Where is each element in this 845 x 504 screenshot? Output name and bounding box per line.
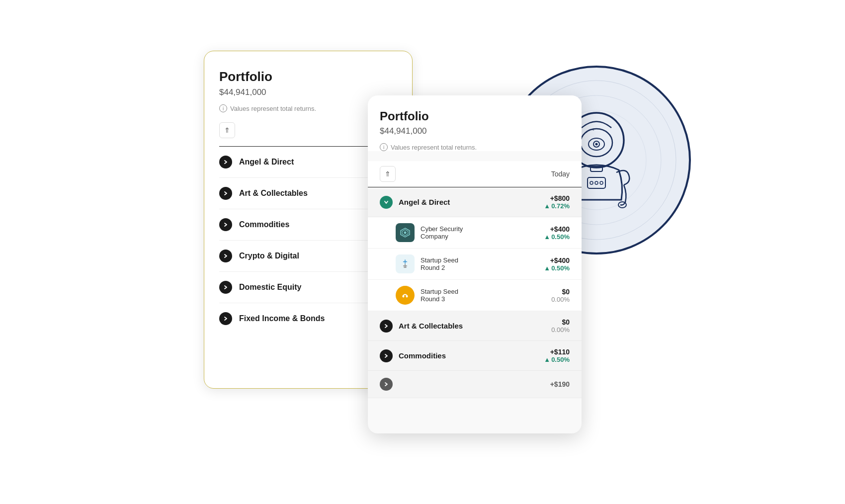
svg-point-22 — [403, 296, 405, 298]
collapse-icon: ⇑ — [224, 126, 230, 134]
back-portfolio-title: Portfolio — [219, 69, 397, 84]
front-art-value: $0 — [551, 318, 570, 326]
up-arrow-commodities: ▲ — [544, 356, 550, 363]
front-info-text: Values represent total returns. — [391, 144, 477, 151]
front-category-list: Angel & Direct +$800 ▲ 0.72% — [368, 187, 582, 398]
startup3-value: $0 — [551, 288, 570, 296]
chevron-circle-commodities — [219, 218, 232, 231]
front-angel-value: +$800 — [544, 194, 570, 202]
front-commodities-values: +$110 ▲ 0.50% — [544, 348, 570, 363]
front-angel-pct: ▲ 0.72% — [544, 202, 570, 210]
startup3-name: Startup SeedRound 3 — [421, 288, 458, 303]
front-commodities-left: Commodities — [380, 349, 446, 362]
back-crypto-label: Crypto & Digital — [239, 252, 299, 260]
back-domestic-label: Domestic Equity — [239, 283, 301, 292]
logo-startup2 — [396, 254, 415, 273]
back-portfolio-value: $44,941,000 — [219, 87, 397, 97]
front-art-row[interactable]: Art & Collectables $0 0.00% — [368, 311, 582, 341]
front-commodities-value: +$110 — [544, 348, 570, 356]
logo-cyber — [396, 223, 415, 242]
front-card: Portfolio $44,941,000 i Values represent… — [368, 95, 582, 433]
chevron-circle-crypto — [219, 250, 232, 262]
svg-point-12 — [590, 181, 593, 184]
startup2-value: +$400 — [544, 256, 570, 264]
front-collapse-button[interactable]: ⇑ — [380, 166, 396, 182]
sub-row-cyber[interactable]: Cyber SecurityCompany +$400 ▲ 0.50% — [368, 217, 582, 249]
up-arrow-angel: ▲ — [544, 202, 550, 210]
startup3-values: $0 0.00% — [551, 288, 570, 303]
sub-left-startup2: Startup SeedRound 2 — [396, 254, 458, 273]
back-collapse-button[interactable]: ⇑ — [219, 122, 235, 138]
front-commodities-row[interactable]: Commodities +$110 ▲ 0.50% — [368, 341, 582, 371]
back-art-label: Art & Collectables — [239, 189, 308, 198]
svg-point-23 — [406, 296, 408, 298]
front-angel-row[interactable]: Angel & Direct +$800 ▲ 0.72% — [368, 187, 582, 217]
front-card-header: Portfolio $44,941,000 i Values represent… — [368, 95, 582, 151]
front-partial-value: +$190 — [550, 380, 570, 388]
svg-point-17 — [404, 232, 407, 234]
startup2-pct: ▲ 0.50% — [544, 264, 570, 272]
startup2-name: Startup SeedRound 2 — [421, 256, 458, 271]
logo-startup3 — [396, 286, 415, 305]
up-arrow-startup2: ▲ — [544, 264, 550, 272]
sub-left-cyber: Cyber SecurityCompany — [396, 223, 463, 242]
front-portfolio-value: $44,941,000 — [380, 126, 570, 136]
cyber-value: +$400 — [544, 225, 570, 233]
back-angel-label: Angel & Direct — [239, 158, 294, 167]
chevron-circle-domestic — [219, 281, 232, 294]
up-arrow-cyber: ▲ — [544, 233, 550, 241]
front-commodities-pct: ▲ 0.50% — [544, 356, 570, 363]
front-partial-row[interactable]: +$190 — [368, 371, 582, 398]
svg-point-14 — [600, 181, 603, 184]
front-header-row: ⇑ Today — [368, 161, 582, 187]
front-art-name: Art & Collectables — [399, 322, 463, 330]
front-art-pct: 0.00% — [551, 326, 570, 334]
front-portfolio-title: Portfolio — [380, 109, 570, 123]
back-info-text: Values represent total returns. — [230, 105, 316, 112]
front-art-values: $0 0.00% — [551, 318, 570, 334]
svg-point-13 — [595, 181, 598, 184]
chevron-circle-fixed — [219, 312, 232, 325]
today-label: Today — [551, 170, 570, 178]
svg-point-21 — [401, 291, 410, 300]
sub-row-startup2[interactable]: Startup SeedRound 2 +$400 ▲ 0.50% — [368, 249, 582, 280]
cyber-name: Cyber SecurityCompany — [421, 225, 463, 240]
back-commodities-label: Commodities — [239, 220, 289, 229]
info-icon: i — [219, 104, 227, 112]
svg-point-7 — [595, 143, 598, 146]
cyber-pct: ▲ 0.50% — [544, 233, 570, 241]
chevron-circle-art-front — [380, 320, 393, 333]
chevron-circle-commodities-front — [380, 349, 393, 362]
startup2-values: +$400 ▲ 0.50% — [544, 256, 570, 272]
cyber-values: +$400 ▲ 0.50% — [544, 225, 570, 241]
front-commodities-name: Commodities — [399, 351, 446, 360]
sub-row-startup3[interactable]: Startup SeedRound 3 $0 0.00% — [368, 280, 582, 311]
front-collapse-icon: ⇑ — [385, 170, 391, 178]
chevron-circle-open-angel — [380, 196, 393, 209]
front-art-left: Art & Collectables — [380, 320, 463, 333]
svg-point-4 — [581, 129, 612, 157]
startup3-pct: 0.00% — [551, 296, 570, 303]
back-fixed-label: Fixed Income & Bonds — [239, 314, 325, 323]
front-info-row: i Values represent total returns. — [380, 143, 570, 151]
chevron-circle-art — [219, 187, 232, 200]
chevron-circle-angel — [219, 156, 232, 168]
front-angel-values: +$800 ▲ 0.72% — [544, 194, 570, 210]
front-partial-left — [380, 378, 393, 391]
front-angel-name: Angel & Direct — [399, 198, 450, 206]
front-angel-left: Angel & Direct — [380, 196, 450, 209]
sub-left-startup3: Startup SeedRound 3 — [396, 286, 458, 305]
chevron-circle-partial — [380, 378, 393, 391]
front-partial-values: +$190 — [550, 380, 570, 388]
front-info-icon: i — [380, 143, 388, 151]
